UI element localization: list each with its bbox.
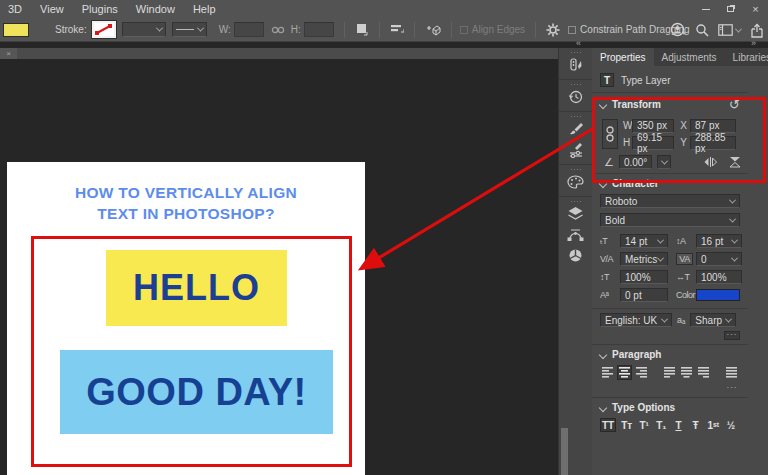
language-dropdown[interactable]: English: UK <box>600 313 672 327</box>
close-button[interactable]: × <box>747 2 764 16</box>
stroke-type-dropdown[interactable] <box>172 22 207 37</box>
close-tab-icon[interactable]: × <box>6 49 11 58</box>
paths-panel-icon[interactable] <box>559 224 592 245</box>
align-left-button[interactable] <box>600 365 615 380</box>
transform-section-header[interactable]: Transform ↺ <box>600 97 740 112</box>
reset-transform-icon[interactable]: ↺ <box>729 97 740 112</box>
align-center-button[interactable] <box>617 365 632 380</box>
share-icon[interactable] <box>750 23 764 38</box>
type-layer-icon: T <box>600 73 614 87</box>
type-options-section-header[interactable]: Type Options <box>600 402 740 413</box>
small-caps-button[interactable]: Tᴛ <box>619 418 634 432</box>
superscript-button[interactable]: T¹ <box>637 418 651 432</box>
collapse-panel-button[interactable]: » <box>751 39 756 48</box>
sphere-panel-icon[interactable] <box>559 245 592 266</box>
leading-dropdown[interactable]: 16 pt <box>696 234 742 248</box>
tab-properties[interactable]: Properties <box>592 48 654 66</box>
minimize-button[interactable] <box>697 2 714 16</box>
shape-width-field[interactable] <box>234 22 264 37</box>
baseline-shift-field[interactable]: 0 pt <box>620 288 668 302</box>
text-color-swatch[interactable] <box>696 289 740 301</box>
account-icon[interactable] <box>670 22 686 38</box>
chevron-down-icon <box>657 254 664 261</box>
align-right-button[interactable] <box>634 365 649 380</box>
character-section-header[interactable]: Character <box>600 178 740 189</box>
tab-libraries[interactable]: Libraries <box>725 48 768 66</box>
brushes-panel-icon[interactable] <box>559 118 592 139</box>
flip-horizontal-icon[interactable] <box>704 157 717 167</box>
color-panel-icon[interactable] <box>559 171 592 192</box>
paragraph-more-options-button[interactable]: ··· <box>724 384 740 393</box>
menu-window[interactable]: Window <box>127 0 184 18</box>
brush-settings-panel-icon[interactable] <box>559 139 592 160</box>
canvas-area[interactable]: HOW TO VERTICALLY ALIGN TEXT IN PHOTOSHO… <box>0 59 558 475</box>
menu-view[interactable]: View <box>31 0 73 18</box>
all-caps-button[interactable]: TT <box>600 418 616 432</box>
ordinals-button[interactable]: 1ˢᵗ <box>705 418 721 432</box>
character-more-options-button[interactable]: ··· <box>724 331 740 340</box>
constrain-path-checkbox[interactable] <box>568 26 576 34</box>
link-wh-button[interactable] <box>602 119 618 149</box>
search-icon[interactable] <box>695 23 709 37</box>
divider <box>592 92 748 93</box>
tab-adjustments[interactable]: Adjustments <box>654 48 725 66</box>
path-operations-button[interactable] <box>355 23 369 37</box>
tracking-dropdown[interactable]: Metrics <box>620 252 668 266</box>
font-style-dropdown[interactable]: Bold <box>600 213 740 227</box>
justify-all-button[interactable] <box>724 365 739 380</box>
yellow-text-box[interactable]: HELLO <box>106 250 287 326</box>
shape-height-field[interactable] <box>304 22 334 37</box>
justify-last-right-button[interactable] <box>696 365 711 380</box>
menu-help[interactable]: Help <box>184 0 225 18</box>
paragraph-align-buttons <box>600 365 740 380</box>
stroke-color-swatch[interactable] <box>92 21 116 38</box>
history-panel-icon[interactable] <box>559 86 592 107</box>
justify-last-left-button[interactable] <box>662 365 677 380</box>
collapse-icon-strip-button[interactable]: « <box>576 39 581 48</box>
rotate-angle-field[interactable]: 0.00° <box>619 155 652 169</box>
document[interactable]: HOW TO VERTICALLY ALIGN TEXT IN PHOTOSHO… <box>7 162 365 475</box>
strikethrough-button[interactable]: Ŧ <box>688 418 702 432</box>
transform-h-field[interactable]: 69.15 px <box>632 136 674 150</box>
layers-panel-icon[interactable] <box>559 203 592 224</box>
blue-text-box[interactable]: GOOD DAY! <box>60 350 333 434</box>
canvas-vertical-scrollbar[interactable] <box>561 428 568 475</box>
horizontal-scale-field[interactable]: 100% <box>696 270 742 284</box>
link-dimensions-icon[interactable] <box>271 26 285 34</box>
icon-group <box>559 112 592 165</box>
restore-button[interactable] <box>722 2 739 16</box>
underline-button[interactable]: T <box>671 418 685 432</box>
transform-w-field[interactable]: 350 px <box>632 119 674 133</box>
vertical-scale-field[interactable]: 100% <box>620 270 668 284</box>
path-arrangement-button[interactable] <box>425 23 441 37</box>
presets-panel-icon[interactable] <box>559 54 592 75</box>
leading-icon: ↕A <box>676 236 696 246</box>
document-tab[interactable]: × <box>0 48 17 59</box>
antialias-dropdown[interactable]: Sharp <box>690 313 736 327</box>
gear-icon[interactable] <box>546 23 560 37</box>
font-family-dropdown[interactable]: Roboto <box>600 194 740 208</box>
font-size-dropdown[interactable]: 14 pt <box>620 234 668 248</box>
stroke-width-dropdown[interactable] <box>122 22 166 37</box>
paragraph-section-header[interactable]: Paragraph <box>600 349 740 360</box>
chevron-down-icon <box>599 100 607 108</box>
chevron-down-icon <box>731 236 738 243</box>
menu-plugins[interactable]: Plugins <box>73 0 127 18</box>
align-edges-control[interactable]: Align Edges <box>460 24 525 35</box>
menu-3d[interactable]: 3D <box>0 0 31 18</box>
chevron-down-icon <box>729 215 736 222</box>
kerning-dropdown[interactable]: 0 <box>696 252 742 266</box>
rotate-angle-dropdown[interactable] <box>657 155 671 169</box>
workspace-switcher[interactable] <box>718 24 741 36</box>
fractions-button[interactable]: ½ <box>724 418 738 432</box>
transform-x-field[interactable]: 87 px <box>690 119 736 133</box>
fill-color-swatch[interactable] <box>3 23 29 37</box>
good-day-text: GOOD DAY! <box>86 371 307 414</box>
justify-last-center-button[interactable] <box>679 365 694 380</box>
properties-panel: Properties Adjustments Libraries ≡ T Typ… <box>592 48 768 475</box>
transform-y-field[interactable]: 288.85 px <box>690 136 736 150</box>
align-edges-checkbox[interactable] <box>460 26 468 34</box>
flip-vertical-icon[interactable] <box>729 156 741 168</box>
subscript-button[interactable]: T₁ <box>654 418 668 432</box>
path-alignment-button[interactable] <box>390 23 404 36</box>
